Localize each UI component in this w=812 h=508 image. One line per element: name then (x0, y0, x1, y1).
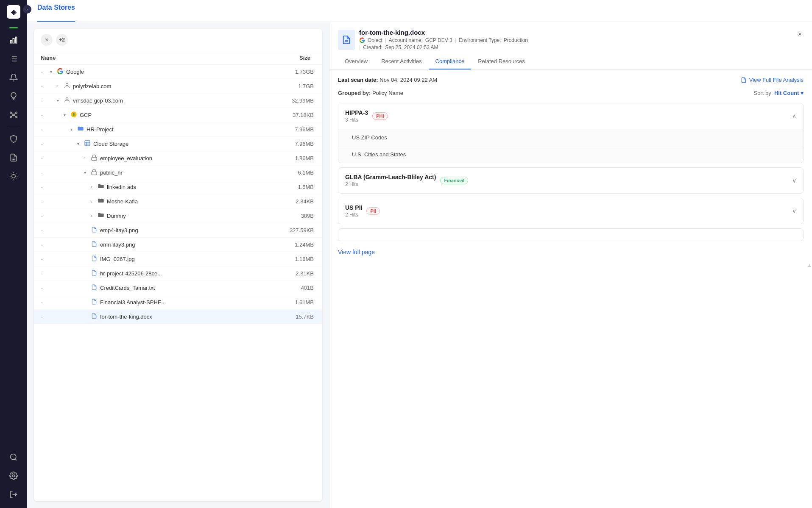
tab-recent-activities[interactable]: Recent Activities (374, 54, 428, 69)
row-dots: ·· (41, 98, 47, 104)
sub-item-zip: US ZIP Codes (338, 129, 803, 146)
row-chevron[interactable]: › (54, 84, 61, 89)
file-size: 1.6MB (273, 184, 315, 190)
file-size: 7.96MB (273, 126, 315, 133)
close-panel-button[interactable]: × (41, 34, 53, 46)
file-row[interactable]: ·· ▾ Google 1.73GB (34, 65, 322, 79)
sidebar-expand-button[interactable]: › (23, 5, 31, 14)
nav-icon-logout[interactable] (5, 486, 22, 503)
view-analysis-button[interactable]: View Full File Analysis (741, 77, 804, 83)
row-chevron[interactable]: ▾ (47, 69, 54, 74)
policy-card-chevron-up[interactable]: ∧ (792, 113, 796, 119)
row-chevron[interactable]: › (88, 185, 95, 189)
created-label: Created: (363, 44, 382, 50)
policy-card-header-glba[interactable]: GLBA (Gramm-Leach-Bliley Act) 2 Hits Fin… (338, 168, 803, 193)
content-area: × +2 Name Size ·· ▾ Google (27, 22, 812, 508)
svg-line-23 (11, 174, 11, 174)
file-size: 37.18KB (273, 112, 315, 118)
detail-filename: for-tom-the-king.docx (359, 29, 528, 36)
row-dots: ·· (41, 256, 47, 262)
file-row[interactable]: ·· › linkedin ads 1.6MB (34, 180, 322, 194)
tag-financial: Financial (440, 177, 468, 184)
file-row[interactable]: ·· › employee_evaluation 1.86MB (34, 151, 322, 166)
nav-icon-bell[interactable] (5, 69, 22, 86)
file-size: 1.24MB (273, 242, 315, 248)
detail-header-top: for-tom-the-king.docx Object | Account n… (338, 29, 804, 50)
plus-badge[interactable]: +2 (56, 34, 68, 46)
policy-sub-items-hippa: US ZIP Codes U.S. Cities and States (338, 129, 803, 163)
file-row[interactable]: ·· › emp4-itay3.png 327.59KB (34, 223, 322, 238)
row-chevron[interactable]: › (88, 199, 95, 204)
file-size: 7.96MB (273, 141, 315, 147)
detail-tabs: Overview Recent Activities Compliance Re… (338, 54, 804, 69)
row-chevron[interactable]: ▾ (54, 98, 61, 103)
file-row-selected[interactable]: ·· › for-tom-the-king.docx 15.7KB (34, 310, 322, 324)
tab-compliance[interactable]: Compliance (429, 54, 472, 69)
account-label: Account name: (389, 37, 423, 43)
policy-card-header-partial[interactable] (338, 229, 803, 241)
view-full-page-button[interactable]: View full page (338, 245, 375, 259)
file-row[interactable]: ·· › polyrizelab.com 1.7GB (34, 79, 322, 94)
sidebar-divider (7, 127, 20, 127)
file-name: HR-Project (87, 126, 273, 133)
file-row[interactable]: ·· › omri-itay3.png 1.24MB (34, 238, 322, 252)
file-row[interactable]: ·· › hr-project-425206-28ce... 2.31KB (34, 266, 322, 281)
file-row[interactable]: ·· › Moshe-Kafia 2.34KB (34, 194, 322, 209)
file-name: polyrizelab.com (73, 83, 273, 89)
detail-close-button[interactable]: × (796, 29, 804, 40)
file-row[interactable]: ·· ▾ Cloud Storage 7.96MB (34, 137, 322, 151)
nav-icon-chart[interactable] (5, 32, 22, 49)
nav-icon-shield[interactable] (5, 130, 22, 147)
nav-icon-settings[interactable] (5, 467, 22, 484)
file-name: CreditCards_Tamar.txt (100, 285, 273, 291)
sort-by-button[interactable]: Hit Count ▾ (774, 90, 804, 96)
policy-card-header-us-pii[interactable]: US PII 2 Hits PII ∨ (338, 198, 803, 224)
row-chevron[interactable]: ▾ (75, 142, 81, 146)
nav-icon-filter[interactable] (5, 50, 22, 67)
nav-icon-lightbulb[interactable] (5, 88, 22, 105)
file-row[interactable]: ·· ▾ public_hr 6.1MB (34, 166, 322, 180)
svg-rect-2 (15, 37, 17, 43)
file-row[interactable]: ·· › Dummy 389B (34, 209, 322, 223)
grouped-by-strong: Grouped by: (338, 90, 371, 96)
policy-card-chevron-down-pii[interactable]: ∨ (792, 208, 796, 214)
file-row[interactable]: ·· ▾ vrnsdac-gcp-03.com 32.99MB (34, 94, 322, 108)
file-row[interactable]: ·· › CreditCards_Tamar.txt 401B (34, 281, 322, 295)
env-label: Environment Type: (459, 37, 501, 43)
file-row[interactable]: ·· › Financial3 Analyst-SPHE... 1.61MB (34, 295, 322, 310)
file-size: 6.1MB (273, 169, 315, 176)
row-dots: ·· (41, 184, 47, 190)
svg-point-35 (73, 114, 75, 116)
policy-card-hippa: HIPPA-3 3 Hits PHI ∧ US ZIP Codes U.S. C… (338, 103, 804, 163)
file-row[interactable]: ·· ▾ GCP 37.18KB (34, 108, 322, 122)
row-dots: ·· (41, 170, 47, 176)
tab-overview[interactable]: Overview (338, 54, 374, 69)
svg-point-13 (16, 116, 17, 117)
nav-icon-graph[interactable] (5, 106, 22, 123)
scroll-arrow: ▲ (807, 262, 812, 268)
file-row[interactable]: ·· ▾ HR-Project 7.96MB (34, 122, 322, 137)
table-icon (83, 140, 92, 148)
row-chevron[interactable]: ▾ (81, 170, 88, 175)
row-chevron[interactable]: ▾ (68, 127, 75, 132)
file-size: 1.73GB (273, 69, 315, 75)
row-chevron[interactable]: › (81, 156, 88, 161)
policy-card-chevron-down-glba[interactable]: ∨ (792, 177, 796, 184)
policy-card-header-hippa[interactable]: HIPPA-3 3 Hits PHI ∧ (338, 103, 803, 129)
policy-hits-us-pii: 2 Hits (345, 212, 362, 218)
view-analysis-label: View Full File Analysis (749, 77, 804, 83)
file-row[interactable]: ·· › IMG_0267.jpg 1.16MB (34, 252, 322, 266)
row-chevron[interactable]: ▾ (61, 113, 68, 117)
file-name: Financial3 Analyst-SPHE... (100, 299, 273, 305)
row-chevron[interactable]: › (88, 214, 95, 218)
policy-name-us-pii: US PII (345, 204, 362, 211)
detail-content: Last scan date: Nov 04, 2024 09:22 AM Vi… (329, 70, 812, 508)
svg-point-20 (12, 175, 15, 178)
nav-icon-doc-check[interactable] (5, 149, 22, 166)
nav-icon-sun[interactable] (5, 168, 22, 185)
top-bar: Data Stores (27, 0, 812, 22)
nav-icon-search[interactable] (5, 449, 22, 466)
file-name: GCP (80, 112, 273, 118)
file-size: 401B (273, 285, 315, 291)
tab-related-resources[interactable]: Related Resources (471, 54, 532, 69)
